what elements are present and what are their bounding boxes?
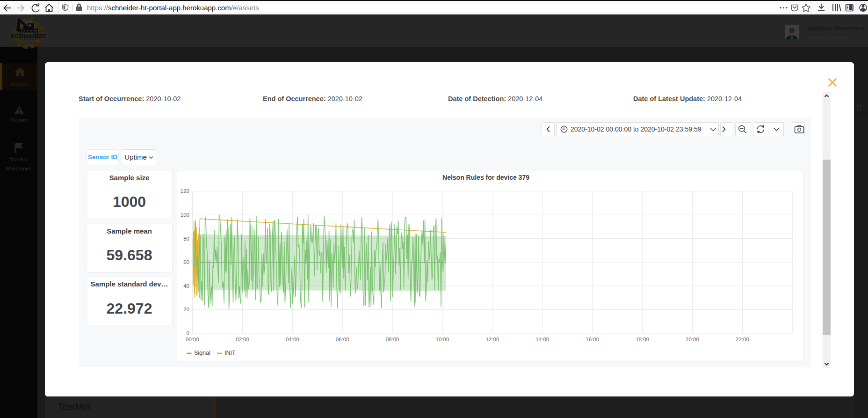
svg-text:20:00: 20:00	[686, 337, 699, 342]
svg-text:18:00: 18:00	[636, 337, 649, 342]
svg-text:100: 100	[181, 212, 189, 218]
svg-text:06:00: 06:00	[336, 337, 349, 342]
svg-text:120: 120	[181, 188, 189, 194]
svg-text:Signal: Signal	[194, 350, 210, 356]
svg-text:08:00: 08:00	[386, 337, 399, 342]
svg-text:12:00: 12:00	[486, 337, 499, 342]
svg-text:16:00: 16:00	[586, 337, 599, 342]
svg-text:22:00: 22:00	[736, 337, 749, 342]
svg-text:0: 0	[187, 330, 189, 336]
svg-text:14:00: 14:00	[535, 337, 549, 342]
svg-text:02:00: 02:00	[236, 337, 249, 342]
svg-text:40: 40	[183, 283, 189, 289]
svg-text:10:00: 10:00	[436, 337, 449, 342]
svg-text:INIT: INIT	[224, 350, 236, 356]
svg-text:60: 60	[183, 259, 189, 265]
svg-text:20: 20	[183, 307, 189, 312]
svg-text:04:00: 04:00	[286, 337, 299, 342]
svg-text:80: 80	[183, 236, 189, 242]
svg-text:heavy tools: heavy tools	[18, 39, 39, 43]
svg-text:00:00: 00:00	[186, 337, 199, 342]
